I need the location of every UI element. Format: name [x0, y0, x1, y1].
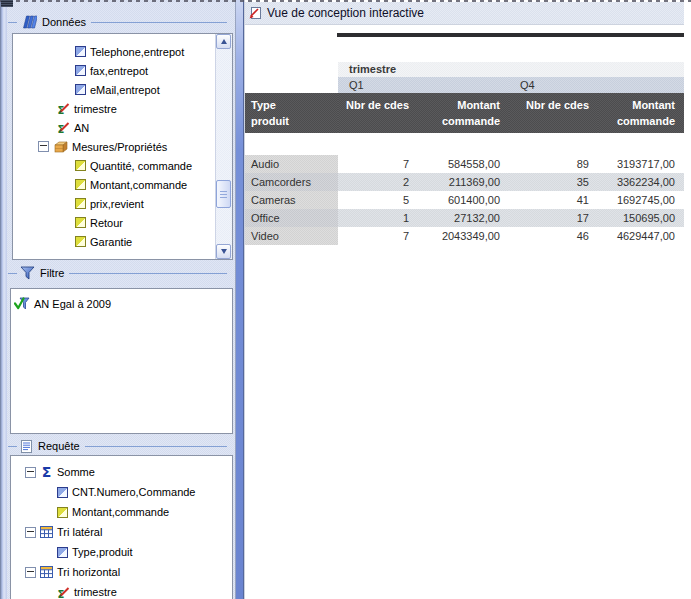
cell-value[interactable]: 89 — [509, 155, 598, 173]
selection-marquee — [0, 0, 691, 2]
cell-type-produit[interactable]: Cameras — [245, 191, 338, 209]
header-nbr-cdes-q4[interactable]: Nbr de cdes — [509, 93, 598, 133]
group-border-line — [91, 22, 227, 23]
tree-item[interactable]: Tri latéral — [25, 522, 232, 542]
filtre-list: AN Egal à 2009 — [10, 288, 233, 434]
tree-item[interactable]: Quantité, commande — [75, 156, 232, 175]
cell-value[interactable]: 17 — [509, 209, 598, 227]
dimension-attribute-icon — [57, 487, 68, 498]
scroll-up-button[interactable] — [216, 34, 231, 49]
tree-item[interactable]: Garantie — [75, 232, 232, 251]
header-montant-commande-q4[interactable]: Montant commande — [598, 93, 684, 133]
tree-item[interactable]: prix,revient — [75, 194, 232, 213]
header-montant-commande-q1[interactable]: Montant commande — [418, 93, 509, 133]
tree-item[interactable]: eMail,entrepot — [75, 80, 232, 99]
tree-item[interactable]: Σ trimestre — [57, 582, 232, 599]
cell-value[interactable]: 3193717,00 — [598, 155, 684, 173]
collapse-icon[interactable] — [25, 467, 36, 478]
funnel-check-icon — [14, 297, 30, 311]
cell-value[interactable]: 2043349,00 — [418, 227, 509, 245]
cell-value[interactable]: 27132,00 — [418, 209, 509, 227]
collapse-icon[interactable] — [25, 567, 36, 578]
corner-blank — [245, 77, 338, 93]
cell-value[interactable]: 1 — [338, 209, 418, 227]
cell-type-produit[interactable]: Office — [245, 209, 338, 227]
tree-item[interactable]: Retour — [75, 213, 232, 232]
requete-group-header: Requête — [8, 437, 231, 455]
window-left-edge — [0, 0, 7, 599]
dimension-header[interactable]: trimestre — [338, 62, 684, 77]
arrow-down-icon — [221, 249, 227, 254]
pivot-table: trimestre Q1 Q4 Type produit Nbr de cdes… — [245, 62, 684, 245]
arrow-up-icon — [221, 39, 227, 44]
scroll-down-button[interactable] — [216, 244, 231, 259]
cell-value[interactable]: 46 — [509, 227, 598, 245]
donnees-group-header: Données — [8, 13, 231, 31]
donnees-title: Données — [40, 16, 88, 28]
tree-item[interactable]: Σ Somme — [25, 462, 232, 482]
group-border-line — [69, 273, 227, 274]
measures-cube-icon — [53, 140, 68, 154]
measure-icon — [75, 217, 86, 228]
dimension-attribute-icon — [75, 46, 86, 57]
measure-icon — [57, 507, 68, 518]
group-border-line — [8, 22, 17, 23]
cell-value[interactable]: 584558,00 — [418, 155, 509, 173]
group-border-line — [85, 446, 227, 447]
tree-item[interactable]: Montant,commande — [75, 175, 232, 194]
funnel-icon — [20, 266, 35, 280]
tree-item[interactable]: Telephone,entrepot — [75, 42, 232, 61]
cell-value[interactable]: 4629447,00 — [598, 227, 684, 245]
tree-item[interactable]: Montant,commande — [57, 502, 232, 522]
tree-item[interactable]: Tri horizontal — [25, 562, 232, 582]
header-nbr-cdes-q1[interactable]: Nbr de cdes — [338, 93, 418, 133]
measure-icon — [75, 198, 86, 209]
tree-item[interactable]: Σ trimestre — [57, 99, 232, 118]
cell-value[interactable]: 1692745,00 — [598, 191, 684, 209]
measure-icon — [75, 236, 86, 247]
scrollbar-thumb[interactable] — [216, 180, 231, 208]
document-icon — [20, 439, 33, 454]
filter-item[interactable]: AN Egal à 2009 — [14, 294, 232, 313]
collapse-icon[interactable] — [38, 141, 49, 152]
data-icon — [20, 14, 37, 30]
cell-value[interactable]: 35 — [509, 173, 598, 191]
cell-value[interactable]: 7 — [338, 155, 418, 173]
tree-item[interactable]: Σ AN — [57, 118, 232, 137]
tree-item[interactable]: Mesures/Propriétés — [38, 137, 232, 156]
column-group-q1[interactable]: Q1 — [338, 77, 509, 93]
filtre-group-header: Filtre — [8, 264, 231, 282]
dimension-attribute-icon — [75, 84, 86, 95]
header-type-produit[interactable]: Type produit — [245, 93, 338, 133]
requete-title: Requête — [36, 440, 82, 452]
donnees-scrollbar[interactable] — [215, 34, 232, 259]
cell-type-produit[interactable]: Audio — [245, 155, 338, 173]
cell-value[interactable]: 211369,00 — [418, 173, 509, 191]
collapse-icon[interactable] — [25, 527, 36, 538]
cell-value[interactable]: 150695,00 — [598, 209, 684, 227]
tree-item[interactable]: fax,entrepot — [75, 61, 232, 80]
cell-value[interactable]: 3362234,00 — [598, 173, 684, 191]
measure-icon — [75, 160, 86, 171]
cell-value[interactable]: 7 — [338, 227, 418, 245]
cell-value[interactable]: 2 — [338, 173, 418, 191]
design-view-icon — [248, 6, 262, 20]
cell-value[interactable]: 601400,00 — [418, 191, 509, 209]
table-grid-icon — [40, 526, 53, 538]
column-group-q4[interactable]: Q4 — [509, 77, 684, 93]
filtre-title: Filtre — [38, 267, 66, 279]
sum-sigma-icon: Σ — [40, 466, 53, 479]
donnees-tree: Telephone,entrepot fax,entrepot eMail,en… — [12, 33, 233, 260]
tree-item[interactable]: Type,produit — [57, 542, 232, 562]
view-title-bar: Vue de conception interactive — [245, 2, 684, 25]
cell-value[interactable]: 5 — [338, 191, 418, 209]
tree-item[interactable]: CNT.Numero,Commande — [57, 482, 232, 502]
main-area: Vue de conception interactive trimestre … — [244, 0, 691, 599]
cell-type-produit[interactable]: Camcorders — [245, 173, 338, 191]
report-top-edge — [337, 33, 684, 37]
group-border-line — [8, 446, 17, 447]
requete-tree: Σ Somme CNT.Numero,Commande Montant,comm… — [10, 455, 233, 599]
panel-splitter[interactable] — [236, 0, 244, 599]
cell-value[interactable]: 41 — [509, 191, 598, 209]
cell-type-produit[interactable]: Video — [245, 227, 338, 245]
